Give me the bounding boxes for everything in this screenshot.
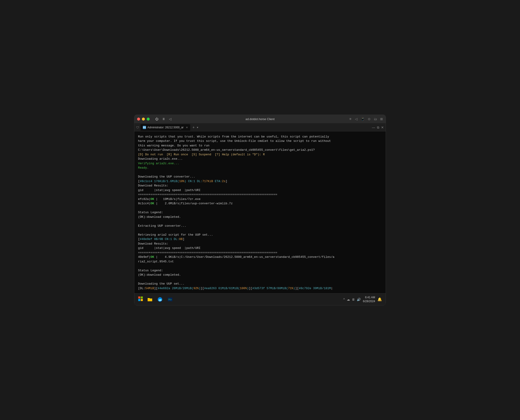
close-window-button[interactable]: ✕ (381, 126, 384, 129)
svg-rect-2 (138, 299, 140, 301)
power-icon: ⏻ (155, 117, 158, 121)
grid-icon[interactable]: ⊞ (380, 117, 383, 121)
application-window: ⏻ ⏸ ◁ ad.dotdot.horse Client ✳ ◁ 📱 ⊙ 🗂 ⊞… (134, 115, 386, 306)
terminal-line: ria2_script.9545.txt (138, 259, 382, 264)
terminal-line: Downloading aria2c.exe... (138, 157, 382, 161)
network-icon: ☁ (347, 298, 350, 301)
powershell-icon: PS (143, 126, 146, 129)
terminal-line: gid |stat|avg speed |path/URI (138, 188, 382, 193)
terminal-output[interactable]: Run only scripts that you trust. While s… (134, 132, 386, 293)
terminal-line: Run only scripts that you trust. While s… (138, 135, 382, 139)
taskbar-apps: PS> (146, 295, 174, 304)
file-explorer-taskbar[interactable] (146, 295, 154, 304)
terminal-line: Extracting UUP converter... (138, 224, 382, 228)
minimize-window-button[interactable]: — (372, 126, 375, 129)
tab-dropdown-button[interactable]: ▾ (197, 126, 198, 129)
tab-bar: 🛡 PS Administrator: 26212.5000_ar ✕ + ▾ … (134, 124, 386, 132)
terminal-line (138, 277, 382, 282)
ready-text: Ready. (138, 166, 382, 170)
windows-taskbar: PS> ^ ☁ 🖥 🔊 6:41 AM 6/28/2024 🔔 (134, 293, 386, 305)
terminal-line: C:\Users\User\Downloads\26212.5000_arm64… (138, 148, 382, 152)
taskbar-right: ^ ☁ 🖥 🔊 6:41 AM 6/28/2024 🔔 (343, 296, 382, 303)
close-button[interactable] (137, 118, 140, 120)
clock-date: 6/28/2024 (363, 300, 375, 303)
terminal-line: [D] Do not run [R] Run once [S] Suspend … (138, 152, 382, 157)
terminal-line: [#8c1cc4 176KiB/1.6MiB(10%) CN:1 DL:717K… (138, 179, 382, 184)
terminal-line-uup: [DL:54MiB][#4e692a 26MiB/28MiB(92%)][#ea… (138, 286, 382, 291)
terminal-line: Status Legend: (138, 268, 382, 273)
clock-time: 6:41 AM (363, 296, 375, 300)
terminal-line (138, 228, 382, 233)
new-tab-button[interactable]: + (191, 125, 196, 129)
terminal-line: this warning message. Do you want to run (138, 143, 382, 148)
start-button[interactable] (138, 296, 143, 302)
svg-rect-3 (141, 299, 143, 301)
terminal-line (138, 219, 382, 224)
terminal-line (138, 170, 382, 175)
title-bar: ⏻ ⏸ ◁ ad.dotdot.horse Client ✳ ◁ 📱 ⊙ 🗂 ⊞ (134, 115, 386, 124)
back-icon: ◁ (169, 117, 171, 121)
chevron-up-icon[interactable]: ^ (343, 298, 345, 301)
terminal-line: harm your computer. If you trust this sc… (138, 139, 382, 143)
shield-icon: 🛡 (136, 126, 139, 129)
active-tab[interactable]: PS Administrator: 26212.5000_ar ✕ (140, 124, 190, 131)
edge-taskbar[interactable] (156, 295, 164, 304)
terminal-line: Status Legend: (138, 210, 382, 215)
terminal-taskbar[interactable]: PS> (166, 295, 174, 304)
terminal-line: Download Results: (138, 183, 382, 188)
tab-label: Administrator: 26212.5000_ar (147, 126, 184, 129)
terminal-line: gid |stat|avg speed |path/URI (138, 246, 382, 250)
terminal-line: Download Results: (138, 241, 382, 246)
terminal-line: ======+====+==========+=================… (138, 250, 382, 255)
system-tray-icons: ^ ☁ 🖥 🔊 (343, 298, 361, 301)
minimize-button[interactable] (142, 118, 145, 120)
window-title: ad.dotdot.horse Client (245, 117, 275, 121)
svg-rect-1 (141, 296, 143, 299)
terminal-line: 8c1cc4|OK | 2.6MiB/s|files/uup-converter… (138, 201, 382, 206)
terminal-line (138, 264, 382, 268)
terminal-line: Downloading the UUP converter... (138, 174, 382, 179)
tab-close-button[interactable]: ✕ (186, 126, 188, 129)
terminal-line: Verifying aria2c.exe... (138, 161, 382, 166)
wifi-icon: ◁ (355, 117, 358, 121)
brightness-icon: ✳ (349, 117, 352, 121)
terminal-line: (OK):download completed. (138, 215, 382, 219)
desktop-icon: 🖥 (352, 298, 355, 301)
pause-icon: ⏸ (162, 117, 165, 121)
system-clock[interactable]: 6:41 AM 6/28/2024 (363, 296, 375, 303)
terminal-line: [#40e9ef 0B/0B CN:1 DL:0B] (138, 237, 382, 241)
svg-text:PS>: PS> (168, 299, 172, 301)
phone-icon: 📱 (361, 117, 365, 121)
search-icon[interactable]: ⊙ (368, 117, 371, 121)
svg-rect-0 (138, 296, 140, 299)
tab-bar-right-controls: — ⧉ ✕ (372, 126, 384, 129)
terminal-line: Retrieving aria2 script for the UUP set.… (138, 233, 382, 237)
terminal-line: ======+====+==========+=================… (138, 192, 382, 197)
terminal-window: ⏻ ⏸ ◁ ad.dotdot.horse Client ✳ ◁ 📱 ⊙ 🗂 ⊞… (134, 115, 386, 306)
terminal-line: (OK):download completed. (138, 273, 382, 277)
terminal-line: Downloading the UUP set... (138, 282, 382, 286)
maximize-button[interactable] (147, 118, 150, 120)
folder-icon[interactable]: 🗂 (374, 117, 377, 121)
restore-window-button[interactable]: ⧉ (377, 126, 379, 129)
terminal-line: efc82a|OK | 19MiB/s|files/7zr.exe (138, 197, 382, 202)
title-bar-controls: ⏻ ⏸ ◁ (155, 117, 171, 121)
audio-icon: 🔊 (357, 298, 361, 301)
terminal-line: 40e9ef|OK | 4.9KiB/s|C:/Users/User/Downl… (138, 255, 382, 259)
notification-bell[interactable]: 🔔 (377, 297, 382, 301)
title-bar-right-icons: ✳ ◁ 📱 ⊙ 🗂 ⊞ (349, 117, 383, 121)
terminal-line (138, 206, 382, 210)
